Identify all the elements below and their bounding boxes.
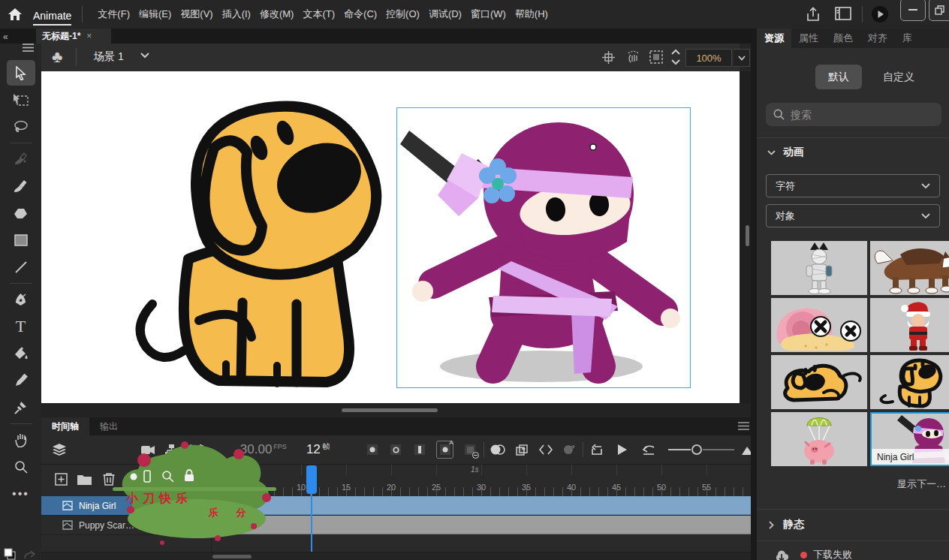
workspace-icon[interactable] — [835, 7, 851, 20]
cloud-download-icon[interactable] — [773, 549, 790, 560]
play-button[interactable] — [615, 442, 630, 457]
frame-band-puppy[interactable] — [211, 516, 755, 534]
menu-edit[interactable]: 编辑(E) — [134, 0, 176, 29]
timeline-ruler[interactable]: 5 10 15 20 25 30 35 40 45 50 55 1s — [211, 465, 757, 496]
lasso-tool[interactable] — [7, 114, 35, 140]
remove-frame-icon[interactable] — [462, 442, 478, 457]
code-snippets-icon[interactable] — [538, 442, 553, 457]
current-frame[interactable]: 12 — [306, 442, 321, 457]
filter-object-dropdown[interactable]: 对象 — [766, 204, 940, 227]
menu-control[interactable]: 控制(O) — [381, 0, 424, 29]
loop-icon[interactable] — [589, 442, 604, 457]
asset-thumb-pig-parachute[interactable] — [771, 412, 867, 466]
pen-tool[interactable] — [7, 287, 35, 312]
rectangle-tool[interactable] — [7, 227, 35, 253]
timeline-horizontal-scrollbar[interactable] — [41, 552, 757, 560]
rewind-loop-icon[interactable] — [641, 442, 656, 457]
menu-insert[interactable]: 插入(I) — [218, 0, 255, 29]
layers-stack-icon[interactable] — [52, 442, 67, 457]
eyedropper-tool[interactable] — [7, 368, 35, 393]
tab-close-icon[interactable]: × — [86, 31, 92, 41]
app-name[interactable]: Animate — [33, 3, 71, 26]
ninja-girl-artwork[interactable] — [399, 110, 688, 386]
asset-thumb-ninja-girl[interactable]: Ninja Girl — [870, 412, 949, 466]
asset-thumb-santa[interactable] — [870, 298, 949, 352]
redo-icon[interactable] — [24, 549, 36, 560]
lock-column-icon[interactable] — [184, 469, 194, 482]
insert-blank-keyframe-icon[interactable] — [389, 442, 404, 457]
free-transform-tool[interactable] — [7, 87, 35, 113]
panel-divider[interactable] — [751, 29, 757, 560]
insert-keyframe-icon[interactable] — [365, 442, 380, 457]
chevron-right-icon[interactable] — [769, 521, 774, 529]
quick-share-play-icon[interactable] — [871, 5, 889, 23]
show-next-link[interactable]: 显示下一… — [897, 477, 946, 491]
asset-thumb-puppy-sitting[interactable] — [870, 355, 949, 409]
share-icon[interactable] — [805, 6, 821, 23]
menu-file[interactable]: 文件(F) — [93, 0, 134, 29]
home-icon[interactable] — [8, 7, 23, 22]
minimize-button[interactable] — [900, 0, 926, 21]
more-tools-icon[interactable]: ••• — [7, 481, 35, 507]
show-hide-eye-icon[interactable] — [161, 470, 174, 483]
new-layer-icon[interactable] — [55, 473, 68, 486]
asset-thumb-snail[interactable] — [771, 298, 867, 352]
scene-chevron-icon[interactable] — [140, 53, 149, 59]
section-static-label[interactable]: 静态 — [783, 518, 804, 531]
rotation-tool-icon[interactable] — [626, 50, 640, 64]
tab-timeline[interactable]: 时间轴 — [41, 417, 89, 435]
tab-assets[interactable]: 资源 — [757, 29, 791, 48]
restore-button[interactable] — [929, 0, 949, 21]
document-tab[interactable]: 无标题-1* × — [36, 29, 111, 44]
line-tool[interactable] — [7, 254, 35, 280]
timeline-zoom-slider[interactable] — [668, 444, 734, 455]
filters-icon[interactable] — [562, 442, 577, 457]
new-folder-icon[interactable] — [77, 474, 92, 485]
tab-align[interactable]: 对齐 — [860, 29, 895, 48]
onion-skin-icon[interactable] — [490, 442, 505, 457]
insert-frame-icon[interactable] — [412, 442, 427, 457]
outline-column-icon[interactable] — [143, 470, 151, 483]
menu-command[interactable]: 命令(C) — [339, 0, 381, 29]
paint-bucket-tool[interactable] — [7, 341, 35, 366]
menu-debug[interactable]: 调试(D) — [424, 0, 466, 29]
eraser-tool[interactable] — [7, 200, 35, 226]
auto-keyframe-icon[interactable]: A — [436, 441, 453, 459]
tab-color[interactable]: 颜色 — [826, 29, 860, 48]
asset-thumb-puppy-lying[interactable] — [771, 355, 867, 409]
zoom-dropdown-icon[interactable] — [734, 49, 750, 67]
text-tool[interactable]: T — [7, 314, 35, 339]
frame-band-ninja[interactable] — [211, 496, 755, 515]
search-input[interactable] — [791, 103, 934, 126]
asset-thumb-mummy[interactable] — [771, 241, 867, 295]
tab-output[interactable]: 输出 — [89, 417, 128, 435]
menu-help[interactable]: 帮助(H) — [511, 0, 553, 29]
asset-warp-tool[interactable] — [7, 395, 35, 420]
highlight-dot-icon[interactable] — [130, 473, 137, 480]
filter-character-dropdown[interactable]: 字符 — [766, 174, 940, 197]
section-animated-label[interactable]: 动画 — [783, 146, 804, 159]
timeline-menu-icon[interactable] — [738, 422, 749, 430]
puppy-artwork[interactable] — [130, 79, 391, 400]
mode-default-button[interactable]: 默认 — [815, 65, 862, 89]
toolbar-menu-icon[interactable] — [23, 44, 34, 52]
stage-horizontal-scrollbar[interactable] — [41, 403, 757, 417]
tab-properties[interactable]: 属性 — [791, 29, 826, 48]
asset-thumb-wolf[interactable] — [870, 241, 949, 295]
edit-symbols-icon[interactable]: ♣ — [52, 47, 62, 67]
scene-name[interactable]: 场景 1 — [94, 50, 124, 64]
menu-modify[interactable]: 修改(M) — [255, 0, 299, 29]
menu-view[interactable]: 视图(V) — [176, 0, 217, 29]
zoom-stepper[interactable] — [670, 48, 681, 66]
zoom-value[interactable]: 100% — [685, 49, 732, 67]
search-box[interactable] — [766, 103, 941, 126]
brush-tool[interactable] — [7, 173, 35, 199]
paste-duplicate-icon[interactable] — [514, 442, 529, 457]
zoom-tool[interactable] — [7, 454, 35, 480]
mode-custom-button[interactable]: 自定义 — [875, 65, 922, 89]
hand-tool[interactable] — [7, 427, 35, 453]
center-stage-icon[interactable] — [602, 51, 615, 64]
clip-content-icon[interactable] — [649, 50, 663, 64]
tab-library[interactable]: 库 — [895, 29, 920, 48]
chevron-down-icon[interactable] — [767, 150, 776, 155]
